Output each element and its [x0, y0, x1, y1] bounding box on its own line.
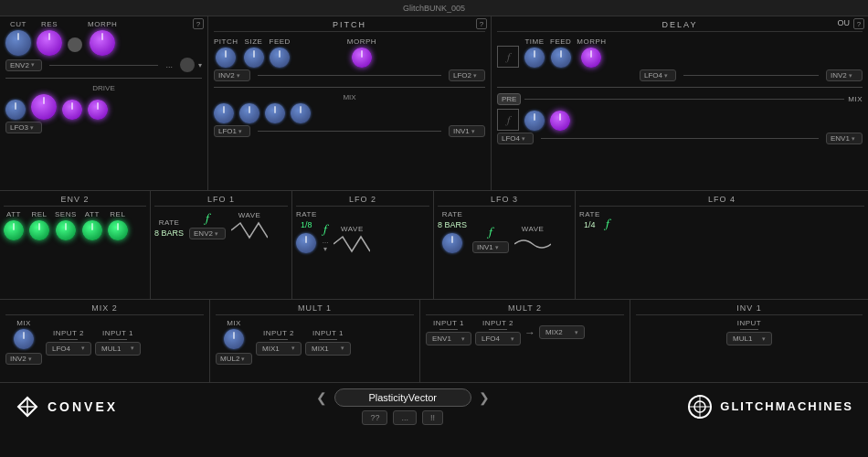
inv1-mul1-dropdown[interactable]: MUL1▾ — [726, 332, 772, 345]
pitch-mix-knob2[interactable] — [239, 103, 259, 123]
mult2-lfo4-dropdown[interactable]: LFO4▾ — [475, 332, 521, 345]
mult1-input1-group: INPUT 1 MIX1▾ — [305, 329, 351, 356]
pitch-pitch-group: PITCH — [214, 37, 238, 68]
delay-lfo4b-dropdown[interactable]: LFO4▾ — [497, 133, 534, 144]
mix2-inv2-dropdown[interactable]: INV2▾ — [5, 353, 42, 365]
drive-knob1[interactable] — [5, 100, 26, 120]
env2-sens-knob[interactable] — [56, 220, 76, 240]
mult1-mix-knob[interactable] — [224, 329, 244, 349]
filter-knob-row2 — [5, 94, 202, 120]
pitch-title: PITCH — [214, 20, 485, 32]
mult1-mix1-dropdown[interactable]: MIX1▾ — [256, 342, 302, 356]
filter-help-icon[interactable]: ? — [193, 18, 204, 29]
mult2-input2-group: INPUT 2 LFO4▾ — [475, 319, 521, 345]
mult1-line1 — [270, 339, 288, 340]
env2-relb-knob[interactable] — [108, 220, 128, 240]
lfo3-rate-value: 8 BARS — [438, 220, 467, 229]
filter-knob-row1: CUT RES MORPH — [5, 20, 202, 56]
mix2-title: MIX 2 — [5, 302, 204, 315]
preset-name[interactable]: PlasticityVector — [334, 388, 471, 407]
lfo2-rate-label: RATE — [296, 210, 317, 218]
cut-knob[interactable] — [5, 30, 31, 56]
lfo-panels: ENV 2 ATT REL SENS ATT — [0, 190, 868, 300]
pitch-mix-knob1[interactable] — [214, 103, 234, 123]
delay-mix-knob2[interactable] — [550, 111, 570, 131]
delay-mix-knob1[interactable] — [524, 111, 545, 131]
delay-inv2-dropdown[interactable]: INV2▾ — [826, 69, 863, 81]
lfo1-wave-label: WAVE — [238, 211, 261, 219]
lfo02-dropdown[interactable]: LFO2▾ — [449, 69, 485, 81]
inv2-dropdown[interactable]: INV2▾ — [214, 69, 250, 81]
lfo1-icon: 𝑓 — [206, 210, 209, 226]
pitch-feed-knob[interactable] — [270, 48, 290, 68]
pitch-morph-knob[interactable] — [352, 48, 372, 68]
preset-btn2[interactable]: ... — [393, 410, 417, 425]
lfo3-wave-label: WAVE — [522, 225, 545, 233]
env2-sens-group: SENS — [55, 210, 77, 240]
lfo3-inv1-dropdown[interactable]: INV1▾ — [472, 241, 509, 253]
delay-lfo4-dropdown[interactable]: LFO4▾ — [640, 69, 676, 81]
mult2-env1-dropdown[interactable]: ENV1▾ — [426, 332, 471, 345]
mult1-input2-label: INPUT 2 — [263, 329, 294, 337]
pitch-mix-knob4[interactable] — [291, 103, 311, 123]
pitch-knob-row1: PITCH SIZE FEED MORPH — [214, 37, 485, 68]
delay-knob-row1: 𝑓 TIME FEED MORPH — [497, 37, 863, 68]
pre-badge: PRE — [497, 93, 521, 105]
filter-divider — [5, 78, 202, 79]
lfo3-dropdown[interactable]: LFO3▾ — [5, 122, 42, 133]
pitch-mix-knob3[interactable] — [265, 103, 285, 123]
next-arrow[interactable]: ❯ — [479, 390, 490, 405]
delay-knob-row2: 𝑓 — [497, 109, 863, 131]
mult1-input1-label: INPUT 1 — [312, 329, 344, 337]
drive-knob3[interactable] — [62, 100, 82, 120]
lfo2-rate-knob[interactable] — [296, 233, 316, 253]
delay-morph-knob[interactable] — [581, 48, 601, 68]
mix2-line2 — [109, 339, 127, 340]
delay-time-group: TIME — [524, 37, 545, 68]
pitch-morph-group: MORPH — [347, 37, 376, 68]
drive-knob2[interactable] — [31, 94, 57, 120]
lfo1-dropdown[interactable]: LFO1▾ — [214, 125, 250, 137]
morph-knob[interactable] — [90, 30, 115, 56]
mix2-lfo4-dropdown[interactable]: LFO4▾ — [46, 342, 91, 356]
preset-btn1[interactable]: ?? — [362, 410, 387, 425]
env2-dropdown[interactable]: ENV2▾ — [5, 59, 42, 71]
mult1-section: MULT 1 MIX MUL2▾ INPUT 2 MIX1▾ — [210, 300, 420, 382]
env2-attb-knob[interactable] — [82, 220, 102, 240]
delay-line2 — [524, 99, 844, 100]
mix2-input2-label: INPUT 2 — [53, 329, 84, 337]
mult1-line2 — [319, 339, 337, 340]
lfo1-wave-svg — [231, 221, 268, 239]
inv1-dropdown[interactable]: INV1▾ — [449, 125, 485, 137]
env2-attb-group: ATT — [82, 210, 102, 240]
mult2-content: INPUT 1 ENV1▾ INPUT 2 LFO4▾ → MIX2▾ — [426, 319, 624, 345]
delay-time-knob[interactable] — [524, 48, 545, 68]
mix2-mix-knob[interactable] — [14, 329, 34, 349]
mix2-mul1-dropdown[interactable]: MUL1▾ — [95, 342, 141, 356]
preset-btn3[interactable]: !! — [422, 410, 443, 425]
env2-att-knob[interactable] — [4, 220, 24, 240]
filter-small-knob[interactable] — [68, 37, 82, 52]
delay-env1-dropdown[interactable]: ENV1▾ — [826, 133, 863, 144]
pitch-lfo-row: LFO1▾ INV1▾ — [214, 125, 485, 137]
delay-feed-knob[interactable] — [551, 48, 571, 68]
drive-knob4[interactable] — [88, 100, 108, 120]
pitch-size-knob[interactable] — [244, 48, 264, 68]
pitch-help-icon[interactable]: ? — [476, 18, 487, 29]
mult1-mix1b-dropdown[interactable]: MIX1▾ — [305, 342, 351, 356]
pitch-pitch-knob[interactable] — [216, 48, 236, 68]
lfo3-rate-knob[interactable] — [442, 233, 462, 253]
mult2-mix2-dropdown[interactable]: MIX2▾ — [539, 325, 585, 339]
mult1-mul2-dropdown[interactable]: MUL2▾ — [216, 353, 252, 365]
res-knob[interactable] — [37, 30, 62, 56]
delay-help-icon[interactable]: ? — [853, 18, 864, 29]
delay-line1 — [683, 75, 819, 76]
top-panels: ? CUT RES MORPH ENV2▾ — [0, 16, 868, 190]
env2-rel-knob[interactable] — [29, 220, 49, 240]
prev-arrow[interactable]: ❮ — [316, 390, 327, 405]
filter-morph-small[interactable] — [180, 58, 195, 72]
lfo1-env2-dropdown[interactable]: ENV2▾ — [189, 228, 226, 239]
mult2-section: MULT 2 INPUT 1 ENV1▾ INPUT 2 LFO4▾ → — [420, 300, 630, 382]
lfo3-title: LFO 3 — [438, 193, 571, 207]
morph-label: MORPH — [88, 20, 117, 28]
